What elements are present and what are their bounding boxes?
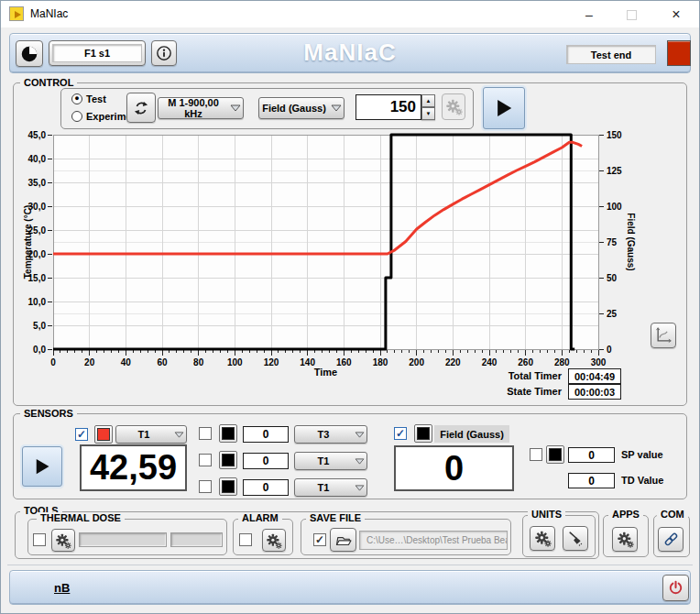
radio-test[interactable]: ● bbox=[71, 93, 82, 104]
com-label: COM bbox=[657, 509, 688, 520]
footer-bar: nB bbox=[9, 570, 691, 605]
sensor4-enable-checkbox[interactable] bbox=[199, 480, 212, 493]
sensor2-enable-checkbox[interactable] bbox=[199, 427, 212, 440]
folder-open-icon bbox=[334, 532, 353, 548]
broom-icon bbox=[567, 530, 585, 547]
svg-text:25: 25 bbox=[607, 309, 618, 319]
sensor1-value-display: 42,59 bbox=[80, 444, 187, 491]
alarm-settings-button[interactable] bbox=[262, 529, 286, 552]
sensor1-color-swatch[interactable] bbox=[94, 425, 113, 444]
contrast-mode-button[interactable] bbox=[16, 40, 43, 67]
minimize-button[interactable]: – bbox=[568, 1, 610, 28]
svg-text:280: 280 bbox=[554, 357, 570, 367]
svg-text:300: 300 bbox=[591, 357, 607, 367]
maximize-button[interactable] bbox=[610, 1, 652, 28]
close-button[interactable]: × bbox=[652, 1, 700, 28]
sp-color-swatch[interactable] bbox=[546, 445, 564, 464]
save-file-checkbox[interactable]: ✓ bbox=[313, 533, 326, 546]
cycle-button[interactable] bbox=[126, 93, 156, 123]
frequency-dropdown-value: M 1-900,00 kHz bbox=[159, 97, 228, 119]
spinner-down-button[interactable]: ▼ bbox=[421, 107, 435, 120]
field-enable-checkbox[interactable]: ✓ bbox=[394, 427, 407, 440]
save-path-value: C:\Use…\Desktop\Test Prueba Bea.txt bbox=[366, 535, 508, 545]
svg-text:0: 0 bbox=[607, 345, 612, 355]
sp-enable-checkbox[interactable] bbox=[530, 448, 542, 461]
spinner-up-button[interactable]: ▲ bbox=[421, 94, 435, 107]
status-label: Test end bbox=[591, 49, 631, 60]
play-icon bbox=[33, 457, 51, 476]
sensors-run-button[interactable] bbox=[22, 446, 62, 487]
svg-text:35,0: 35,0 bbox=[28, 178, 47, 188]
sensor3-value-display: 0 bbox=[243, 453, 289, 469]
svg-text:180: 180 bbox=[373, 357, 388, 367]
frequency-dropdown[interactable]: M 1-900,00 kHz bbox=[158, 97, 244, 119]
thermal-dose-bar bbox=[79, 532, 167, 547]
save-path-input[interactable]: C:\Use…\Desktop\Test Prueba Bea.txt bbox=[359, 531, 508, 550]
svg-text:60: 60 bbox=[157, 357, 168, 367]
svg-text:20: 20 bbox=[84, 357, 95, 367]
sensor3-color-swatch[interactable] bbox=[219, 451, 237, 469]
autoscale-button[interactable] bbox=[651, 323, 676, 348]
chevron-down-icon bbox=[228, 104, 243, 112]
sensor3-enable-checkbox[interactable] bbox=[199, 454, 212, 466]
setpoint-value: 150 bbox=[390, 98, 416, 116]
gear-icon bbox=[445, 98, 463, 115]
alarm-checkbox[interactable] bbox=[239, 533, 252, 546]
sensor2-color-swatch[interactable] bbox=[219, 424, 237, 443]
apps-settings-button[interactable] bbox=[612, 527, 638, 552]
header-bar: MaNIaC F1 s1 Test end bbox=[9, 33, 691, 73]
gear-icon bbox=[617, 531, 634, 548]
state-timer-label: State Timer bbox=[458, 386, 562, 397]
control-group-label: CONTROL bbox=[20, 77, 77, 88]
svg-text:5,0: 5,0 bbox=[33, 321, 46, 331]
svg-text:Temperature (°C): Temperature (°C) bbox=[23, 205, 33, 280]
sensor4-channel-dropdown[interactable]: T1 bbox=[294, 478, 367, 497]
td-value-label: TD Value bbox=[621, 475, 663, 486]
close-icon: × bbox=[672, 6, 680, 23]
nb-link[interactable]: nB bbox=[54, 581, 70, 595]
thermal-dose-label: THERMAL DOSE bbox=[37, 512, 125, 523]
sensor2-value-display: 0 bbox=[243, 426, 289, 443]
svg-text:75: 75 bbox=[607, 237, 618, 247]
output-type-dropdown[interactable]: Field (Gauss) bbox=[258, 97, 345, 119]
radio-experiment[interactable] bbox=[71, 111, 82, 122]
clear-button[interactable] bbox=[563, 526, 588, 551]
start-test-button[interactable] bbox=[483, 87, 525, 129]
svg-text:0: 0 bbox=[50, 357, 56, 367]
svg-text:10,0: 10,0 bbox=[28, 297, 47, 307]
sensor1-channel-dropdown[interactable]: T1 bbox=[115, 425, 187, 444]
units-settings-button[interactable] bbox=[530, 526, 555, 551]
sp-value-label: SP value bbox=[621, 449, 663, 460]
setpoint-input[interactable]: 150 bbox=[355, 94, 421, 120]
info-icon bbox=[155, 44, 173, 62]
field-color-swatch[interactable] bbox=[414, 424, 432, 443]
svg-text:220: 220 bbox=[445, 357, 461, 367]
sp-value-display: 0 bbox=[568, 447, 615, 463]
svg-text:240: 240 bbox=[482, 357, 498, 367]
sensor1-enable-checkbox[interactable]: ✓ bbox=[75, 428, 88, 441]
td-value-display: 0 bbox=[568, 473, 615, 488]
thermal-dose-bar-2 bbox=[170, 532, 223, 547]
svg-text:Field (Gauss): Field (Gauss) bbox=[626, 213, 636, 270]
preset-input[interactable]: F1 s1 bbox=[52, 44, 142, 62]
chevron-down-icon bbox=[352, 458, 366, 465]
thermal-dose-checkbox[interactable] bbox=[33, 533, 46, 546]
chart-scale-icon bbox=[654, 326, 673, 345]
com-link-button[interactable] bbox=[658, 527, 684, 552]
sensor2-channel-dropdown[interactable]: T3 bbox=[294, 425, 367, 444]
thermal-dose-settings-button[interactable] bbox=[51, 529, 75, 552]
power-off-button[interactable] bbox=[662, 575, 689, 601]
browse-file-button[interactable] bbox=[330, 528, 356, 552]
svg-text:50: 50 bbox=[607, 273, 618, 283]
labview-app-icon bbox=[9, 6, 24, 21]
sensor4-color-swatch[interactable] bbox=[219, 477, 237, 496]
window-title: MaNIac bbox=[30, 7, 68, 20]
total-timer-value: 00:04:49 bbox=[568, 368, 621, 384]
info-button[interactable] bbox=[151, 40, 177, 66]
field-value-display: 0 bbox=[394, 445, 514, 491]
sensor3-channel-dropdown[interactable]: T1 bbox=[294, 452, 367, 470]
field-channel-label: Field (Gauss) bbox=[434, 425, 509, 443]
radio-test-dot: ● bbox=[74, 94, 79, 103]
sensors-group-label: SENSORS bbox=[20, 408, 77, 419]
svg-text:80: 80 bbox=[193, 357, 204, 367]
